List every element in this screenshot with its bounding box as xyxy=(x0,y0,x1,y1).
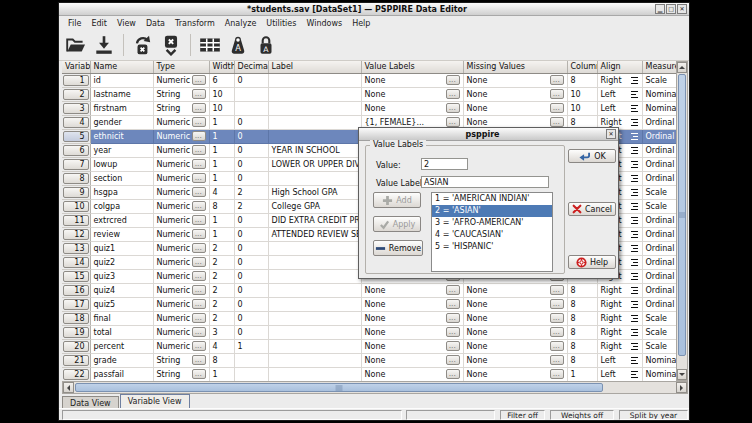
cell-width[interactable]: 1 xyxy=(209,227,234,241)
cell-value_labels[interactable]: None... xyxy=(361,339,463,353)
cell-measure[interactable]: Ordinal xyxy=(642,129,676,143)
column-header-width[interactable]: Width xyxy=(209,61,234,73)
cell-label[interactable]: YEAR IN SCHOOL xyxy=(268,143,361,157)
row-number-button[interactable]: 15 xyxy=(63,271,89,282)
cell-rowhdr[interactable]: 9 xyxy=(62,185,90,199)
type-ellipsis-button[interactable]: ... xyxy=(192,369,206,379)
cell-width[interactable]: 3 xyxy=(209,325,234,339)
cell-rowhdr[interactable]: 14 xyxy=(62,255,90,269)
cell-rowhdr[interactable]: 8 xyxy=(62,171,90,185)
type-ellipsis-button[interactable]: ... xyxy=(192,173,206,183)
row-number-button[interactable]: 20 xyxy=(63,341,89,352)
column-header-variable[interactable]: Variable xyxy=(62,61,90,73)
cell-label[interactable] xyxy=(268,297,361,311)
row-number-button[interactable]: 12 xyxy=(63,229,89,240)
type-ellipsis-button[interactable]: ... xyxy=(192,201,206,211)
row-number-button[interactable]: 3 xyxy=(63,103,89,114)
column-header-align[interactable]: Align xyxy=(597,61,642,73)
horizontal-scroll-thumb[interactable] xyxy=(75,383,603,392)
cell-label[interactable] xyxy=(268,241,361,255)
row-number-button[interactable]: 11 xyxy=(63,215,89,226)
cell-missing[interactable]: None... xyxy=(463,339,567,353)
cell-width[interactable]: 2 xyxy=(209,241,234,255)
cell-rowhdr[interactable]: 16 xyxy=(62,283,90,297)
cell-decimals[interactable]: 0 xyxy=(234,115,268,129)
value-label-item[interactable]: 5 = 'HISPANIC' xyxy=(432,241,552,253)
cell-name[interactable]: lowup xyxy=(90,157,153,171)
cell-width[interactable]: 8 xyxy=(209,199,234,213)
value-labels-ellipsis-button[interactable]: ... xyxy=(446,89,460,99)
cell-columns[interactable]: 8 xyxy=(567,283,597,297)
type-ellipsis-button[interactable]: ... xyxy=(192,257,206,267)
cell-decimals[interactable] xyxy=(234,101,268,115)
cell-width[interactable]: 2 xyxy=(209,283,234,297)
cell-columns[interactable]: 8 xyxy=(567,73,597,87)
cell-decimals[interactable]: 0 xyxy=(234,213,268,227)
scroll-down-icon[interactable] xyxy=(677,369,687,380)
cell-value_labels[interactable]: None... xyxy=(361,283,463,297)
cell-measure[interactable]: Ordinal xyxy=(642,269,676,283)
cell-label[interactable]: ATTENDED REVIEW SES xyxy=(268,227,361,241)
cell-type[interactable]: Numeric... xyxy=(153,143,209,157)
value-label-item[interactable]: 4 = 'CAUCASIAN' xyxy=(432,229,552,241)
cell-width[interactable]: 2 xyxy=(209,269,234,283)
cell-decimals[interactable]: 0 xyxy=(234,241,268,255)
cell-decimals[interactable]: 0 xyxy=(234,227,268,241)
cell-name[interactable]: year xyxy=(90,143,153,157)
cell-decimals[interactable] xyxy=(234,87,268,101)
cell-columns[interactable]: 8 xyxy=(567,339,597,353)
type-ellipsis-button[interactable]: ... xyxy=(192,131,206,141)
cell-measure[interactable]: Scale xyxy=(642,199,676,213)
column-header-name[interactable]: Name xyxy=(90,61,153,73)
cell-rowhdr[interactable]: 22 xyxy=(62,367,90,381)
cell-measure[interactable]: Nominal xyxy=(642,87,676,101)
type-ellipsis-button[interactable]: ... xyxy=(192,145,206,155)
type-ellipsis-button[interactable]: ... xyxy=(192,341,206,351)
missing-values-ellipsis-button[interactable]: ... xyxy=(550,327,564,337)
type-ellipsis-button[interactable]: ... xyxy=(192,243,206,253)
cell-align[interactable]: Right xyxy=(597,73,642,87)
cell-decimals[interactable]: 0 xyxy=(234,311,268,325)
status-split-by-year[interactable]: Split by year xyxy=(619,410,688,420)
cell-label[interactable] xyxy=(268,255,361,269)
cell-rowhdr[interactable]: 1 xyxy=(62,73,90,87)
value-labels-ellipsis-button[interactable]: ... xyxy=(446,117,460,127)
cell-type[interactable]: Numeric... xyxy=(153,157,209,171)
cell-decimals[interactable]: 0 xyxy=(234,325,268,339)
type-ellipsis-button[interactable]: ... xyxy=(192,313,206,323)
menu-data[interactable]: Data xyxy=(141,18,170,29)
cell-rowhdr[interactable]: 20 xyxy=(62,339,90,353)
cell-value_labels[interactable]: None... xyxy=(361,73,463,87)
cell-align[interactable]: Left xyxy=(597,367,642,381)
value-labels-ellipsis-button[interactable]: ... xyxy=(446,341,460,351)
cell-align[interactable]: Right xyxy=(597,297,642,311)
row-number-button[interactable]: 2 xyxy=(63,89,89,100)
row-number-button[interactable]: 9 xyxy=(63,187,89,198)
cell-rowhdr[interactable]: 21 xyxy=(62,353,90,367)
cell-label[interactable] xyxy=(268,87,361,101)
cell-name[interactable]: passfail xyxy=(90,367,153,381)
cell-columns[interactable]: 8 xyxy=(567,297,597,311)
cell-missing[interactable]: None... xyxy=(463,283,567,297)
cell-align[interactable]: Left xyxy=(597,353,642,367)
missing-values-ellipsis-button[interactable]: ... xyxy=(550,103,564,113)
cell-rowhdr[interactable]: 2 xyxy=(62,87,90,101)
cell-label[interactable] xyxy=(268,171,361,185)
cell-name[interactable]: id xyxy=(90,73,153,87)
cell-align[interactable]: Left xyxy=(597,87,642,101)
row-number-button[interactable]: 7 xyxy=(63,159,89,170)
tab-variable-view[interactable]: Variable View xyxy=(120,394,190,408)
cell-value_labels[interactable]: None... xyxy=(361,101,463,115)
cell-width[interactable]: 1 xyxy=(209,213,234,227)
cell-type[interactable]: Numeric... xyxy=(153,185,209,199)
cell-missing[interactable]: None... xyxy=(463,87,567,101)
value-labels-ellipsis-button[interactable]: ... xyxy=(446,103,460,113)
cell-measure[interactable]: Ordinal xyxy=(642,143,676,157)
cell-value_labels[interactable]: None... xyxy=(361,353,463,367)
cell-name[interactable]: section xyxy=(90,171,153,185)
cell-label[interactable]: College GPA xyxy=(268,199,361,213)
cell-type[interactable]: String... xyxy=(153,367,209,381)
cell-name[interactable]: gender xyxy=(90,115,153,129)
cell-label[interactable] xyxy=(268,283,361,297)
scroll-right-icon[interactable] xyxy=(676,382,687,393)
